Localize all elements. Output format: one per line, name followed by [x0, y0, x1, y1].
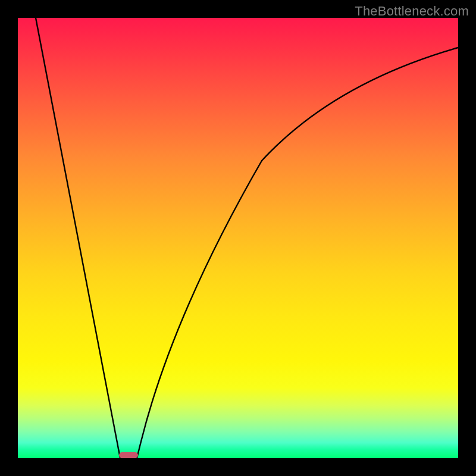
curve-left-branch: [36, 18, 120, 458]
chart-frame: TheBottleneck.com: [0, 0, 476, 476]
watermark-text: TheBottleneck.com: [355, 4, 469, 19]
curve-layer: [18, 18, 458, 458]
plot-area: [18, 18, 458, 458]
minimum-marker: [119, 452, 138, 458]
curve-right-branch: [137, 48, 458, 458]
